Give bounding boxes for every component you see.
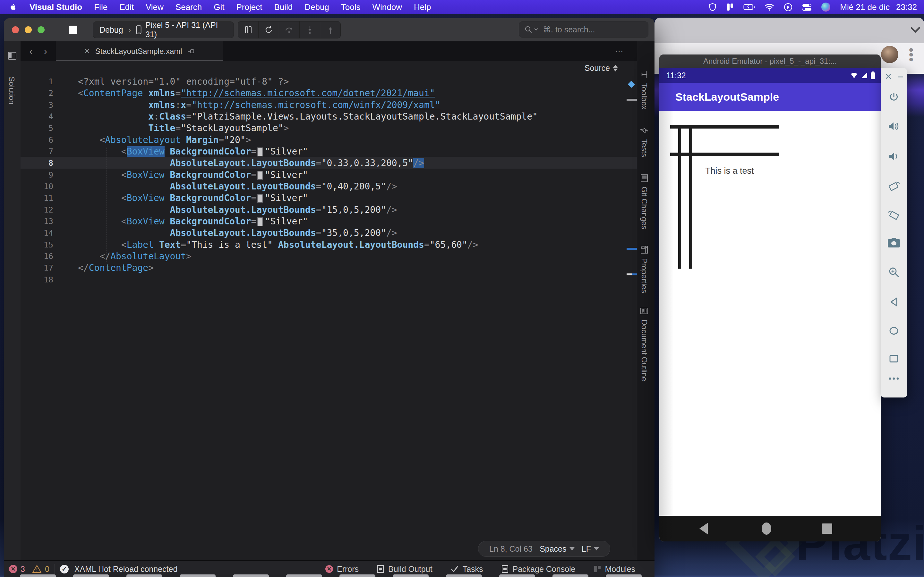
pad-tab-git-changes[interactable]: Git Changes <box>640 174 649 229</box>
search-input[interactable]: ⌘. to search... <box>519 21 648 37</box>
dock-peek-icon[interactable] <box>446 574 482 577</box>
caret-position[interactable]: Ln 8, Col 63 <box>489 544 533 554</box>
stop-debug-button[interactable] <box>69 26 78 34</box>
dock-peek-icon[interactable] <box>552 574 588 577</box>
code-line[interactable]: 16 </AbsoluteLayout> <box>21 250 192 262</box>
source-view-selector[interactable]: Source <box>585 63 618 73</box>
step-over-button[interactable] <box>279 21 300 38</box>
more-icon[interactable] <box>887 376 900 381</box>
code-line[interactable]: 1<?xml version="1.0" encoding="utf-8" ?> <box>21 76 289 87</box>
dock-peek-icon[interactable] <box>126 574 162 577</box>
dock-peek-icon[interactable] <box>499 574 535 577</box>
pad-tab-document-outline[interactable]: Document Outline <box>640 307 649 381</box>
tab-stacklayoutsample[interactable]: ✕ StackLayoutSample.xaml <box>56 41 223 61</box>
menu-tools[interactable]: Tools <box>341 2 360 12</box>
emulator-titlebar[interactable]: Android Emulator - pixel_5_-_api_31:... <box>659 55 881 68</box>
rotate-left-icon[interactable] <box>887 179 901 192</box>
menu-view[interactable]: View <box>145 2 164 12</box>
minimize-icon[interactable] <box>897 73 904 79</box>
code-line[interactable]: 11 <BoxView BackgroundColor="Silver" <box>21 192 308 203</box>
warning-count[interactable]: 0 <box>45 564 49 574</box>
dock-peek-icon[interactable] <box>393 574 429 577</box>
code-line[interactable]: 3 xmlns:x="http://schemas.microsoft.com/… <box>21 99 440 111</box>
close-icon[interactable] <box>885 73 892 79</box>
dock-peek-icon[interactable] <box>73 574 109 577</box>
error-count-icon[interactable]: ✕ <box>9 565 17 573</box>
dock-peek-icon[interactable] <box>606 574 642 577</box>
chevron-down-icon[interactable] <box>909 26 921 34</box>
volume-up-icon[interactable] <box>887 121 900 132</box>
menu-project[interactable]: Project <box>236 2 262 12</box>
play-circle-icon[interactable] <box>784 3 792 11</box>
menu-build[interactable]: Build <box>274 2 292 12</box>
tab-overflow-button[interactable]: ⋯ <box>615 46 624 56</box>
code-line[interactable]: 18 <box>21 274 78 285</box>
error-count[interactable]: 3 <box>21 564 25 574</box>
menu-app-name[interactable]: Visual Studio <box>29 2 82 12</box>
dock-peek-icon[interactable] <box>233 574 269 577</box>
code-editor[interactable]: 1<?xml version="1.0" encoding="utf-8" ?>… <box>21 76 637 560</box>
navigate-back-button[interactable]: ‹ <box>26 46 35 57</box>
pad-tab-properties[interactable]: Properties <box>640 246 649 293</box>
menu-help[interactable]: Help <box>414 2 431 12</box>
code-line[interactable]: 4 x:Class="PlatziSample.Views.Layouts.St… <box>21 111 538 122</box>
code-line[interactable]: 2<ContentPage xmlns="http://schemas.micr… <box>21 87 435 99</box>
pad-tab-tests[interactable]: Tests <box>640 126 649 157</box>
avatar[interactable] <box>881 46 898 63</box>
step-into-button[interactable] <box>300 21 320 38</box>
android-recents-button[interactable] <box>821 522 833 535</box>
close-tab-icon[interactable]: ✕ <box>84 47 90 55</box>
code-line[interactable]: 13 <BoxView BackgroundColor="Silver" <box>21 215 308 227</box>
menu-search[interactable]: Search <box>176 2 202 12</box>
dock-peek-icon[interactable] <box>180 574 216 577</box>
back-triangle-icon[interactable] <box>888 296 900 308</box>
code-line[interactable]: 15 <Label Text="This is a test" Absolute… <box>21 239 478 250</box>
restart-button[interactable] <box>258 21 279 38</box>
panel-build-output[interactable]: Build Output <box>376 564 433 574</box>
run-configuration-selector[interactable]: Debug › Pixel 5 - API 31 (API 31) <box>93 21 234 38</box>
code-line[interactable]: 10 AbsoluteLayout.LayoutBounds="0,40,200… <box>21 181 397 192</box>
preview-pin-icon[interactable] <box>187 49 194 54</box>
apple-menu-icon[interactable] <box>10 3 17 11</box>
battery-charging-icon[interactable] <box>743 3 755 11</box>
step-out-button[interactable] <box>320 21 341 38</box>
minimize-window-button[interactable] <box>25 26 32 33</box>
emulator-phone-screen[interactable]: 11:32 StackLayoutSample This is a test <box>659 68 881 542</box>
siri-icon[interactable] <box>821 3 830 11</box>
maximize-window-button[interactable] <box>37 26 45 33</box>
menu-file[interactable]: File <box>94 2 107 12</box>
solution-pad-tab[interactable]: Solution <box>7 77 16 105</box>
pause-button[interactable] <box>238 21 258 38</box>
menu-edit[interactable]: Edit <box>120 2 134 12</box>
code-line[interactable]: 9 <BoxView BackgroundColor="Silver" <box>21 169 308 181</box>
dock-peek-icon[interactable] <box>339 574 375 577</box>
code-line[interactable]: 8 AbsoluteLayout.LayoutBounds="0.33,0.33… <box>21 157 424 169</box>
dock-peek-icon[interactable] <box>286 574 322 577</box>
menu-bar-date[interactable]: Mié 21 de dic <box>840 2 890 12</box>
pad-tab-toolbox[interactable]: Toolbox <box>640 70 649 110</box>
power-icon[interactable] <box>888 92 900 104</box>
menu-git[interactable]: Git <box>214 2 224 12</box>
rotate-right-icon[interactable] <box>887 208 901 221</box>
close-window-button[interactable] <box>12 26 19 33</box>
warning-icon[interactable] <box>32 564 42 574</box>
screenshot-camera-icon[interactable] <box>887 237 901 248</box>
android-back-button[interactable] <box>698 522 709 535</box>
zoom-icon[interactable] <box>888 266 900 278</box>
solution-pad-icon[interactable] <box>8 52 17 60</box>
code-line[interactable]: 7 <BoxView BackgroundColor="Silver" <box>21 145 308 157</box>
code-line[interactable]: 12 AbsoluteLayout.LayoutBounds="15,0,5,2… <box>21 204 397 215</box>
panel-package-console[interactable]: Package Console <box>501 564 575 574</box>
menu-window[interactable]: Window <box>373 2 402 12</box>
window-manager-icon[interactable] <box>726 3 734 11</box>
volume-down-icon[interactable] <box>887 151 900 162</box>
overview-square-icon[interactable] <box>888 353 900 364</box>
code-line[interactable]: 17</ContentPage> <box>21 262 153 274</box>
menu-bar-clock[interactable]: 23:32 <box>896 2 917 12</box>
android-home-button[interactable] <box>760 521 772 536</box>
code-line[interactable]: 6 <AbsoluteLayout Margin="20"> <box>21 134 251 145</box>
code-line[interactable]: 5 Title="StackLayoutSample"> <box>21 122 289 134</box>
panel-tasks[interactable]: Tasks <box>451 564 483 574</box>
home-circle-icon[interactable] <box>888 325 900 337</box>
panel-modules[interactable]: Modules <box>594 564 636 574</box>
